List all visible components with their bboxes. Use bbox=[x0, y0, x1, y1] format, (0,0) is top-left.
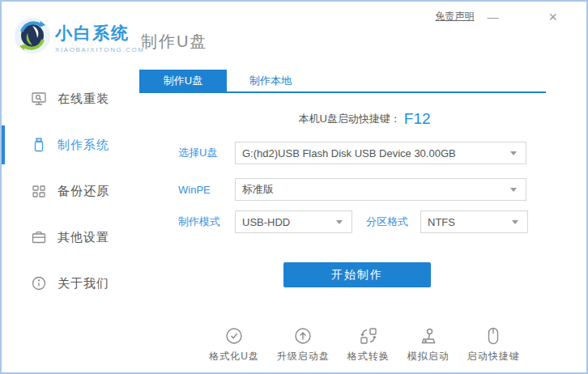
usb-drive-icon bbox=[31, 137, 47, 153]
minimize-button[interactable]: — bbox=[487, 11, 498, 23]
sidebar-item-label: 在线重装 bbox=[58, 91, 109, 107]
sidebar-item-backup-restore[interactable]: 备份还原 bbox=[2, 179, 139, 203]
main-content: 制作U盘 制作本地 本机U盘启动快捷键：F12 选择U盘 G:(hd2)USB … bbox=[139, 70, 588, 372]
partition-format-label: 分区格式 bbox=[366, 215, 420, 229]
sidebar-item-label: 关于我们 bbox=[58, 276, 109, 291]
brand-block: 小白系统 XIAOBAIXITONG.COM bbox=[55, 22, 145, 53]
chevron-down-icon bbox=[510, 151, 517, 155]
upgrade-boot-icon bbox=[292, 325, 313, 346]
sidebar-item-other-settings[interactable]: 其他设置 bbox=[2, 225, 139, 249]
boot-hotkey-icon bbox=[483, 325, 504, 346]
mode-partition-row: 制作模式 USB-HDD 分区格式 NTFS bbox=[178, 210, 528, 233]
format-convert-icon bbox=[358, 325, 379, 346]
usb-select-value: G:(hd2)USB Flash Disk USB Device 30.00GB bbox=[242, 147, 456, 159]
tab-bar: 制作U盘 制作本地 bbox=[139, 70, 546, 93]
partition-format-dropdown[interactable]: NTFS bbox=[420, 210, 528, 233]
winpe-label: WinPE bbox=[178, 184, 235, 196]
tab-make-local[interactable]: 制作本地 bbox=[227, 70, 314, 91]
brand-name: 小白系统 bbox=[55, 22, 145, 45]
monitor-reinstall-icon bbox=[31, 91, 47, 107]
make-mode-value: USB-HDD bbox=[242, 216, 290, 228]
make-mode-dropdown[interactable]: USB-HDD bbox=[235, 210, 352, 233]
chevron-down-icon bbox=[512, 220, 518, 224]
chevron-down-icon bbox=[336, 220, 343, 224]
page-title: 制作U盘 bbox=[141, 31, 207, 53]
hotkey-value: F12 bbox=[404, 110, 431, 127]
briefcase-settings-icon bbox=[31, 229, 47, 245]
footer-tools: 格式化U盘 升级启动盘 bbox=[139, 325, 588, 363]
tab-make-usb[interactable]: 制作U盘 bbox=[139, 70, 227, 91]
sidebar-item-about-us[interactable]: 关于我们 bbox=[2, 271, 139, 295]
disclaimer-link[interactable]: 免责声明 bbox=[435, 10, 474, 23]
tool-format-convert[interactable]: 格式转换 bbox=[347, 325, 390, 363]
backup-restore-icon bbox=[31, 183, 47, 199]
hotkey-label: 本机U盘启动快捷键： bbox=[298, 113, 400, 125]
app-logo-icon bbox=[13, 16, 52, 55]
usb-select-dropdown[interactable]: G:(hd2)USB Flash Disk USB Device 30.00GB bbox=[235, 142, 526, 164]
start-create-button[interactable]: 开始制作 bbox=[283, 262, 431, 287]
usb-select-row: 选择U盘 G:(hd2)USB Flash Disk USB Device 30… bbox=[178, 142, 526, 164]
tool-simulate-boot[interactable]: 模拟启动 bbox=[407, 325, 450, 363]
tool-label: 模拟启动 bbox=[407, 350, 450, 363]
close-button[interactable]: × bbox=[548, 11, 557, 23]
sidebar-item-label: 备份还原 bbox=[58, 184, 109, 199]
info-circle-icon bbox=[31, 275, 47, 291]
tool-upgrade-boot[interactable]: 升级启动盘 bbox=[277, 325, 330, 363]
tool-boot-hotkey[interactable]: 启动快捷键 bbox=[467, 325, 520, 363]
winpe-value: 标准版 bbox=[242, 182, 274, 197]
tool-label: 升级启动盘 bbox=[277, 350, 330, 363]
winpe-dropdown[interactable]: 标准版 bbox=[235, 178, 526, 201]
simulate-boot-icon bbox=[418, 325, 439, 346]
tool-label: 启动快捷键 bbox=[467, 350, 520, 363]
sidebar-item-label: 制作系统 bbox=[58, 138, 109, 153]
format-usb-icon bbox=[224, 325, 245, 346]
tool-label: 格式转换 bbox=[347, 350, 390, 363]
tool-label: 格式化U盘 bbox=[209, 350, 259, 363]
make-mode-label: 制作模式 bbox=[178, 215, 235, 229]
chevron-down-icon bbox=[510, 188, 517, 192]
usb-select-label: 选择U盘 bbox=[178, 146, 235, 160]
winpe-row: WinPE 标准版 bbox=[178, 178, 526, 201]
app-window: 免责声明 — × 小白系统 XIAOBAIXITONG.COM 制作U盘 bbox=[0, 0, 588, 374]
titlebar-controls: 免责声明 — × bbox=[435, 10, 557, 23]
partition-format-value: NTFS bbox=[428, 216, 455, 228]
sidebar-item-label: 其他设置 bbox=[58, 230, 109, 245]
tool-format-usb[interactable]: 格式化U盘 bbox=[209, 325, 259, 363]
boot-hotkey-hint: 本机U盘启动快捷键：F12 bbox=[139, 110, 588, 128]
sidebar-item-online-reinstall[interactable]: 在线重装 bbox=[2, 87, 139, 111]
sidebar: 在线重装 制作系统 备份还原 bbox=[2, 70, 139, 372]
brand-domain: XIAOBAIXITONG.COM bbox=[55, 46, 145, 53]
sidebar-item-make-system[interactable]: 制作系统 bbox=[2, 133, 139, 157]
